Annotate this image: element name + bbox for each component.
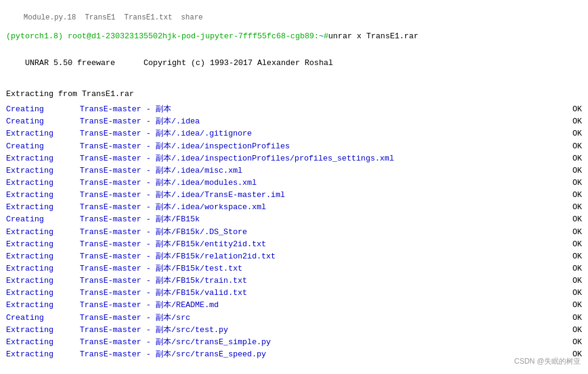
action-label: Extracting — [6, 275, 61, 287]
unrar-header-text: UNRAR 5.50 freeware Copyright (c) 1993-2… — [25, 58, 333, 68]
table-row: Extracting TransE-master - 副本/FB15k/trai… — [6, 275, 582, 287]
file-path: TransE-master - 副本/FB15k/test.txt — [61, 263, 561, 275]
file-path: TransE-master - 副本 — [61, 103, 561, 116]
ok-status: OK — [563, 275, 582, 287]
action-label: Extracting — [6, 226, 61, 238]
file-lines-container: Creating TransE-master - 副本 OKCreating T… — [6, 103, 582, 361]
unrar-header: UNRAR 5.50 freeware Copyright (c) 1993-2… — [6, 44, 582, 82]
action-label: Extracting — [6, 153, 61, 165]
file-path: TransE-master - 副本/.idea/inspectionProfi… — [61, 153, 561, 165]
file-path: TransE-master - 副本/.idea/.gitignore — [61, 128, 561, 140]
extracting-from-line: Extracting from TransE1.rar — [6, 88, 582, 101]
ok-status: OK — [563, 201, 582, 213]
action-label: Extracting — [6, 165, 61, 177]
ok-status: OK — [563, 213, 582, 226]
action-label: Extracting — [6, 201, 61, 213]
file-path: TransE-master - 副本/src/transE_speed.py — [61, 348, 561, 361]
action-label: Extracting — [6, 128, 61, 140]
table-row: Extracting TransE-master - 副本/.idea/insp… — [6, 153, 582, 165]
top-bar: Module.py.18 TransE1 TransE1.txt share — [6, 5, 582, 30]
file-path: TransE-master - 副本/README.md — [61, 299, 561, 311]
table-row: Creating TransE-master - 副本/FB15k OK — [6, 213, 582, 226]
action-label: Extracting — [6, 324, 61, 336]
action-label: Creating — [6, 116, 61, 128]
table-row: Extracting TransE-master - 副本/.idea/Tran… — [6, 189, 582, 201]
terminal-container: Module.py.18 TransE1 TransE1.txt share (… — [0, 0, 588, 374]
table-row: Extracting TransE-master - 副本/.idea/modu… — [6, 177, 582, 189]
prompt-line: (pytorch1.8) root@d1-230323135502hjk-pod… — [6, 32, 582, 41]
table-row: Extracting TransE-master - 副本/FB15k/test… — [6, 263, 582, 275]
file-path: TransE-master - 副本/src/test.py — [61, 324, 561, 336]
watermark: CSDN @失眠的树亚 — [514, 356, 581, 367]
prompt-prefix: (pytorch1.8) root@d1-230323135502hjk-pod… — [6, 32, 319, 41]
file-path: TransE-master - 副本/FB15k/entity2id.txt — [61, 238, 561, 251]
file-path: TransE-master - 副本/.idea — [61, 116, 561, 128]
ok-status: OK — [563, 177, 582, 189]
ok-status: OK — [563, 153, 582, 165]
ok-status: OK — [563, 116, 582, 128]
table-row: Extracting TransE-master - 副本/src/test.p… — [6, 324, 582, 336]
ok-status: OK — [563, 324, 582, 336]
file-path: TransE-master - 副本/src — [61, 312, 561, 324]
table-row: Extracting TransE-master - 副本/FB15k/rela… — [6, 251, 582, 263]
table-row: Extracting TransE-master - 副本/README.md … — [6, 299, 582, 311]
table-row: Extracting TransE-master - 副本/.idea/.git… — [6, 128, 582, 140]
action-label: Extracting — [6, 189, 61, 201]
table-row: Creating TransE-master - 副本 OK — [6, 103, 582, 116]
action-label: Extracting — [6, 299, 61, 311]
action-label: Extracting — [6, 348, 61, 361]
action-label: Extracting — [6, 287, 61, 299]
table-row: Extracting TransE-master - 副本/src/transE… — [6, 336, 582, 348]
table-row: Extracting TransE-master - 副本/.idea/work… — [6, 201, 582, 213]
ok-status: OK — [563, 189, 582, 201]
prompt-symbol: # — [324, 32, 329, 41]
file-path: TransE-master - 副本/.idea/modules.xml — [61, 177, 561, 189]
table-row: Extracting TransE-master - 副本/src/transE… — [6, 348, 582, 361]
top-bar-text: Module.py.18 TransE1 TransE1.txt share — [24, 13, 203, 22]
action-label: Extracting — [6, 263, 61, 275]
ok-status: OK — [563, 165, 582, 177]
action-label: Creating — [6, 213, 61, 226]
extracting-from-text: Extracting from TransE1.rar — [6, 89, 134, 99]
file-path: TransE-master - 副本/.idea/TransE-master.i… — [61, 189, 561, 201]
file-path: TransE-master - 副本/FB15k/valid.txt — [61, 287, 561, 299]
file-path: TransE-master - 副本/.idea/workspace.xml — [61, 201, 561, 213]
ok-status: OK — [563, 238, 582, 251]
action-label: Creating — [6, 312, 61, 324]
file-path: TransE-master - 副本/src/transE_simple.py — [61, 336, 561, 348]
table-row: Extracting TransE-master - 副本/FB15k/vali… — [6, 287, 582, 299]
prompt-path: ~ — [319, 32, 324, 41]
table-row: Extracting TransE-master - 副本/.idea/misc… — [6, 165, 582, 177]
ok-status: OK — [563, 128, 582, 140]
ok-status: OK — [563, 299, 582, 311]
prompt-command: unrar x TransE1.rar — [329, 32, 419, 41]
table-row: Extracting TransE-master - 副本/FB15k/.DS_… — [6, 226, 582, 238]
ok-status: OK — [563, 251, 582, 263]
file-path: TransE-master - 副本/FB15k/train.txt — [61, 275, 561, 287]
action-label: Creating — [6, 140, 61, 153]
action-label: Creating — [6, 103, 61, 116]
table-row: Creating TransE-master - 副本/.idea/inspec… — [6, 140, 582, 153]
ok-status: OK — [563, 287, 582, 299]
action-label: Extracting — [6, 238, 61, 251]
ok-status: OK — [563, 103, 582, 116]
ok-status: OK — [563, 336, 582, 348]
table-row: Extracting TransE-master - 副本/FB15k/enti… — [6, 238, 582, 251]
file-path: TransE-master - 副本/.idea/misc.xml — [61, 165, 561, 177]
ok-status: OK — [563, 312, 582, 324]
file-path: TransE-master - 副本/.idea/inspectionProfi… — [61, 140, 561, 153]
file-path: TransE-master - 副本/FB15k/.DS_Store — [61, 226, 561, 238]
table-row: Creating TransE-master - 副本/src OK — [6, 312, 582, 324]
ok-status: OK — [563, 140, 582, 153]
file-path: TransE-master - 副本/FB15k — [61, 213, 561, 226]
action-label: Extracting — [6, 251, 61, 263]
action-label: Extracting — [6, 336, 61, 348]
file-path: TransE-master - 副本/FB15k/relation2id.txt — [61, 251, 561, 263]
table-row: Creating TransE-master - 副本/.idea OK — [6, 116, 582, 128]
action-label: Extracting — [6, 177, 61, 189]
ok-status: OK — [563, 263, 582, 275]
ok-status: OK — [563, 226, 582, 238]
